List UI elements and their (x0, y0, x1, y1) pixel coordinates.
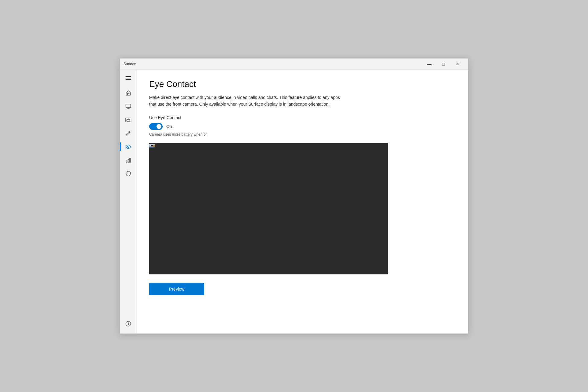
sidebar-item-info[interactable] (122, 318, 134, 330)
eye-contact-toggle[interactable] (149, 123, 163, 130)
sidebar-item-stats[interactable] (122, 154, 134, 166)
window-title: Surface (123, 62, 422, 66)
toggle-state-label: On (166, 124, 172, 129)
svg-point-4 (127, 146, 129, 148)
svg-rect-5 (126, 161, 127, 162)
minimize-button[interactable]: — (422, 58, 436, 70)
page-title: Eye Contact (149, 79, 456, 89)
svg-rect-6 (128, 160, 129, 162)
sidebar-item-pen[interactable] (122, 127, 134, 139)
title-bar: Surface — □ ✕ (120, 58, 468, 70)
sidebar (120, 70, 137, 334)
sidebar-item-display[interactable] (122, 114, 134, 126)
pen-icon (125, 130, 131, 136)
svg-point-67 (153, 146, 153, 146)
window-controls: — □ ✕ (422, 58, 465, 70)
shield-icon (125, 171, 131, 177)
sidebar-item-security[interactable] (122, 168, 134, 180)
svg-point-66 (151, 146, 152, 146)
svg-rect-7 (130, 158, 130, 162)
home-icon (125, 90, 131, 96)
maximize-button[interactable]: □ (436, 58, 450, 70)
camera-feed (149, 143, 155, 149)
sidebar-item-eye-contact[interactable] (122, 141, 134, 153)
app-body: Eye Contact Make direct eye contact with… (120, 70, 468, 334)
svg-rect-0 (126, 104, 131, 107)
svg-point-65 (152, 146, 153, 146)
svg-rect-3 (127, 119, 130, 121)
camera-preview (149, 143, 388, 274)
main-content: Eye Contact Make direct eye contact with… (137, 70, 468, 334)
sidebar-item-home[interactable] (122, 87, 134, 99)
info-icon (125, 321, 131, 327)
battery-note: Camera uses more battery when on (149, 132, 456, 137)
sidebar-item-device[interactable] (122, 100, 134, 112)
use-eye-contact-label: Use Eye Contact (149, 115, 456, 120)
app-window: Surface — □ ✕ (119, 58, 469, 334)
description-text: Make direct eye contact with your audien… (149, 94, 345, 108)
hamburger-line-2 (126, 78, 131, 78)
hamburger-line-1 (126, 76, 131, 77)
hamburger-line-3 (126, 79, 131, 80)
stats-icon (125, 157, 131, 163)
svg-point-2 (128, 119, 129, 119)
close-button[interactable]: ✕ (450, 58, 465, 70)
toggle-row: On (149, 123, 456, 130)
device-icon (125, 103, 131, 109)
preview-button[interactable]: Preview (149, 283, 204, 295)
eye-icon (125, 144, 131, 150)
display-icon (125, 117, 131, 123)
hamburger-menu-button[interactable] (122, 72, 134, 84)
